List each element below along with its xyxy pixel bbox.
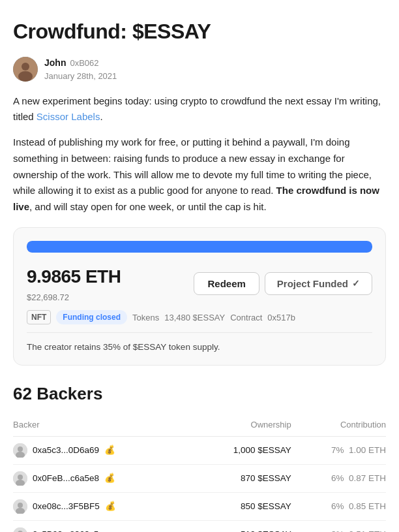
contribution-1: 0.87 ETH: [349, 473, 386, 483]
scissor-labels-link[interactable]: Scissor Labels: [37, 111, 100, 122]
table-row: 0x0FeB...c6a5e8 💰 870 $ESSAY 6% 0.87 ETH: [13, 465, 386, 493]
svg-point-7: [18, 475, 23, 480]
backers-title: 62 Backers: [13, 381, 386, 407]
backer-cell-2: 0xe08c...3F5BF5 💰: [13, 493, 191, 521]
contribution-0: 1.00 ETH: [349, 445, 386, 455]
page-title: Crowdfund: $ESSAY: [13, 16, 386, 47]
svg-point-1: [22, 63, 29, 70]
svg-point-4: [18, 446, 23, 452]
contribution-3: 0.51 ETH: [349, 529, 386, 532]
author-name: John: [44, 56, 66, 70]
author-row: John 0xB062 January 28th, 2021: [13, 56, 386, 83]
eth-amount: 9.9865 ETH: [27, 263, 121, 290]
ownership-amount-3: 510 $ESSAY: [191, 521, 291, 533]
avatar: [13, 57, 38, 82]
eth-usd: $22,698.72: [27, 291, 121, 304]
funded-label: Project Funded: [277, 278, 348, 289]
ownership-pct-3: 3% 0.51 ETH: [291, 521, 386, 533]
ownership-amount-2: 850 $ESSAY: [191, 493, 291, 521]
backer-avatar-1: [13, 471, 27, 486]
backer-address-1: 0x0FeB...c6a5e8: [33, 472, 99, 485]
backer-emoji-1: 💰: [104, 472, 115, 485]
backer-avatar-3: [13, 527, 27, 532]
ownership-pct-2: 6% 0.85 ETH: [291, 493, 386, 521]
table-row: 0xe08c...3F5BF5 💰 850 $ESSAY 6% 0.85 ETH: [13, 493, 386, 521]
funded-checkmark: ✓: [352, 278, 360, 289]
backer-emoji-0: 💰: [104, 444, 115, 457]
author-info: John 0xB062 January 28th, 2021: [44, 56, 117, 83]
backer-address-2: 0xe08c...3F5BF5: [33, 500, 100, 513]
tokens-value: 13,480 $ESSAY: [164, 311, 225, 324]
eth-info: 9.9865 ETH $22,698.72: [27, 263, 121, 304]
col-backer: Backer: [13, 416, 191, 437]
project-funded-button[interactable]: Project Funded ✓: [265, 272, 372, 295]
author-address: 0xB062: [70, 57, 98, 70]
contract-value: 0x517b: [267, 311, 295, 324]
funding-closed-tag: Funding closed: [56, 310, 127, 324]
backer-address-0: 0xa5c3...0D6a69: [33, 444, 99, 457]
contract-label: Contract: [230, 311, 262, 324]
col-ownership: Ownership: [191, 416, 291, 437]
backer-emoji-2: 💰: [105, 500, 116, 513]
backer-cell-3: 0x5B93...8362c5: [13, 521, 191, 533]
body-paragraph2: Instead of publishing my work for free, …: [13, 134, 386, 215]
ownership-pct-0: 7% 1.00 ETH: [291, 437, 386, 465]
svg-point-2: [18, 71, 33, 82]
author-date: January 28th, 2021: [44, 70, 117, 83]
creator-note: The creator retains 35% of $ESSAY token …: [27, 332, 372, 354]
contribution-2: 0.85 ETH: [349, 501, 386, 511]
backers-table: Backer Ownership Contribution 0xa5c3...0…: [13, 416, 386, 533]
fund-main-row: 9.9865 ETH $22,698.72 Redeem Project Fun…: [27, 263, 372, 304]
table-row: 0x5B93...8362c5 510 $ESSAY 3% 0.51 ETH: [13, 521, 386, 533]
ownership-amount-1: 870 $ESSAY: [191, 465, 291, 493]
redeem-button[interactable]: Redeem: [194, 272, 259, 295]
backer-address-3: 0x5B93...8362c5: [33, 528, 98, 532]
backer-cell-0: 0xa5c3...0D6a69 💰: [13, 437, 191, 465]
ownership-pct-1: 6% 0.87 ETH: [291, 465, 386, 493]
svg-point-10: [18, 503, 23, 508]
progress-bar-fill: [27, 241, 372, 253]
tokens-label: Tokens: [132, 311, 159, 324]
nft-tag: NFT: [27, 310, 51, 324]
backer-cell-1: 0x0FeB...c6a5e8 💰: [13, 465, 191, 493]
body-paragraph1: A new experiment begins today: using cry…: [13, 93, 386, 126]
fund-card: 9.9865 ETH $22,698.72 Redeem Project Fun…: [13, 227, 386, 366]
table-row: 0xa5c3...0D6a69 💰 1,000 $ESSAY 7% 1.00 E…: [13, 437, 386, 465]
backers-section: 62 Backers Backer Ownership Contribution…: [13, 381, 386, 533]
fund-buttons: Redeem Project Funded ✓: [194, 272, 372, 295]
ownership-amount-0: 1,000 $ESSAY: [191, 437, 291, 465]
col-contribution: Contribution: [291, 416, 386, 437]
progress-bar-container: [27, 241, 372, 253]
backer-avatar-2: [13, 499, 27, 514]
meta-row: NFT Funding closed Tokens 13,480 $ESSAY …: [27, 310, 372, 324]
backer-avatar-0: [13, 443, 27, 458]
